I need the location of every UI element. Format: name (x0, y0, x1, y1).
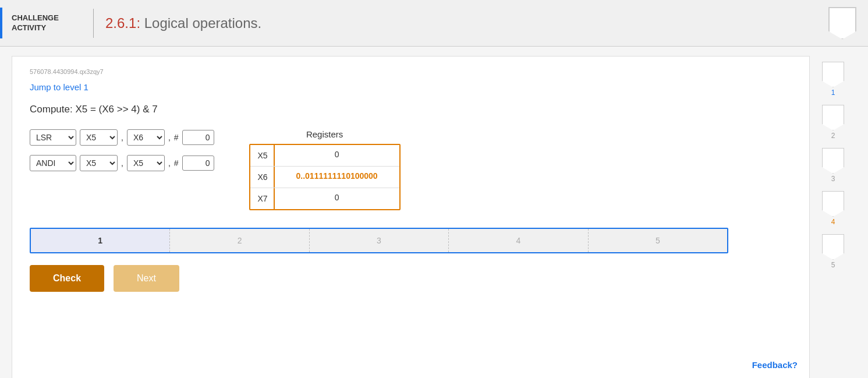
register-row-x7: X7 0 (250, 188, 399, 209)
instruction-row-1: LSR ANDI ORRI EORI MOVZ X5 X6 X7 , X5 (30, 129, 214, 146)
comma-1a: , (121, 133, 123, 142)
reg-label-x7: X7 (250, 189, 274, 208)
sidebar-badge-5: 5 (822, 234, 844, 269)
badge-shape-5 (822, 234, 844, 260)
sidebar-badge-num-4: 4 (831, 218, 835, 226)
title-main: Logical operations. (144, 15, 261, 31)
progress-step-3[interactable]: 3 (310, 229, 449, 252)
problem-statement: Compute: X5 = (X6 >> 4) & 7 (30, 104, 792, 115)
action-buttons: Check Next (30, 265, 792, 292)
reg1-select-2[interactable]: X5 X6 X7 (80, 155, 118, 171)
right-sidebar: 1 2 3 4 5 (810, 56, 856, 378)
sidebar-badge-4: 4 (822, 191, 844, 226)
title-prefix: 2.6.1: (105, 15, 144, 31)
progress-bar: 1 2 3 4 5 (30, 228, 728, 253)
badge-shape-2 (822, 105, 844, 130)
registers-title: Registers (306, 129, 343, 139)
challenge-line1: CHALLENGE (12, 13, 72, 23)
sidebar-badge-2: 2 (822, 105, 844, 140)
reg2-select-1[interactable]: X5 X6 X7 (127, 129, 165, 146)
badge-shape-1 (822, 62, 844, 87)
badge-shape-4 (822, 191, 844, 217)
op-select-2[interactable]: LSR ANDI ORRI EORI MOVZ (30, 155, 76, 171)
sidebar-badge-3: 3 (822, 148, 844, 183)
reg1-select-1[interactable]: X5 X6 X7 (80, 129, 118, 146)
session-id: 576078.4430994.qx3zqy7 (30, 68, 792, 75)
badge-shape-3 (822, 148, 844, 174)
progress-step-4[interactable]: 4 (449, 229, 588, 252)
main-content: 576078.4430994.qx3zqy7 Jump to level 1 C… (0, 47, 868, 378)
progress-step-2[interactable]: 2 (170, 229, 309, 252)
progress-step-1[interactable]: 1 (31, 229, 170, 252)
reg-value-x7: 0 (274, 188, 399, 209)
activity-title: 2.6.1: Logical operations. (105, 15, 261, 31)
header-divider (93, 9, 94, 38)
content-area: 576078.4430994.qx3zqy7 Jump to level 1 C… (12, 56, 810, 378)
header-badge (828, 7, 856, 40)
num-input-1[interactable] (182, 130, 214, 145)
header: CHALLENGE ACTIVITY 2.6.1: Logical operat… (0, 0, 868, 47)
num-input-2[interactable] (182, 156, 214, 171)
badge-icon (828, 7, 856, 40)
registers-section: Registers X5 0 X6 0..0111111110100000 X7… (249, 129, 401, 210)
hash-2: # (174, 158, 179, 168)
sidebar-badge-num-5: 5 (831, 261, 835, 269)
jump-to-level-link[interactable]: Jump to level 1 (30, 82, 88, 92)
sidebar-badge-num-1: 1 (831, 89, 835, 97)
sidebar-badge-1: 1 (822, 62, 844, 97)
register-row-x5: X5 0 (250, 145, 399, 167)
reg-value-x6: 0..0111111110100000 (274, 167, 399, 188)
comma-2a: , (121, 158, 123, 168)
instructions-area: LSR ANDI ORRI EORI MOVZ X5 X6 X7 , X5 (30, 129, 792, 210)
op-select-1[interactable]: LSR ANDI ORRI EORI MOVZ (30, 129, 76, 146)
registers-table: X5 0 X6 0..0111111110100000 X7 0 (249, 144, 401, 210)
comma-1b: , (168, 133, 171, 142)
reg-value-x5: 0 (274, 145, 399, 166)
instruction-rows: LSR ANDI ORRI EORI MOVZ X5 X6 X7 , X5 (30, 129, 214, 171)
progress-step-5[interactable]: 5 (589, 229, 727, 252)
challenge-activity-label: CHALLENGE ACTIVITY (0, 8, 82, 39)
challenge-line2: ACTIVITY (12, 23, 72, 33)
instruction-row-2: LSR ANDI ORRI EORI MOVZ X5 X6 X7 , X5 (30, 155, 214, 171)
check-button[interactable]: Check (30, 265, 104, 292)
reg2-select-2[interactable]: X5 X6 X7 (127, 155, 165, 171)
reg-label-x5: X5 (250, 146, 274, 165)
register-row-x6: X6 0..0111111110100000 (250, 167, 399, 188)
feedback-button[interactable]: Feedback? (752, 360, 798, 370)
sidebar-badge-num-3: 3 (831, 175, 835, 183)
sidebar-badge-num-2: 2 (831, 132, 835, 140)
hash-1: # (174, 133, 179, 142)
comma-2b: , (168, 158, 171, 168)
next-button[interactable]: Next (114, 265, 179, 292)
reg-label-x6: X6 (250, 168, 274, 186)
